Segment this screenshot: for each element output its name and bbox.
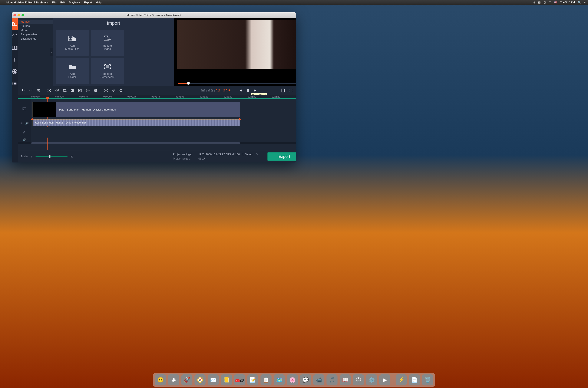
menu-playback[interactable]: Playback	[69, 1, 80, 4]
dock-reminders-icon[interactable]: 📋	[260, 374, 272, 386]
speaker-icon[interactable]: 🔊	[25, 121, 28, 125]
timeline-hscrollbar[interactable]	[18, 142, 296, 144]
project-length-label: Project length:	[173, 157, 196, 160]
rotate-button[interactable]	[53, 87, 61, 94]
delete-button[interactable]	[35, 87, 42, 94]
dock-document-icon[interactable]: 📄	[409, 374, 420, 386]
cc-menu-icon[interactable]: ◎	[533, 1, 535, 4]
category-sounds[interactable]: Sounds	[18, 24, 53, 28]
menu-file[interactable]: File	[52, 1, 56, 4]
menubar-app-name[interactable]: Movavi Video Editor 5 Business	[6, 1, 48, 4]
dock-messages-icon[interactable]: 💬	[300, 374, 311, 386]
collapse-categories-button[interactable]: ‹	[50, 48, 53, 56]
tile-add-media-files[interactable]: Add Media Files	[56, 30, 89, 56]
prev-frame-button[interactable]	[237, 87, 244, 94]
preview-progress-thumb[interactable]	[187, 82, 190, 85]
transition-wizard-button[interactable]	[76, 87, 84, 94]
category-backgrounds[interactable]: Backgrounds	[18, 37, 53, 41]
scale-min-icon[interactable]: ▯	[31, 155, 33, 158]
menu-edit[interactable]: Edit	[60, 1, 65, 4]
audio-track-head[interactable]	[18, 127, 31, 138]
video-clip[interactable]: Rag'n'Bone Man - Human (Official Video).…	[33, 102, 240, 117]
split-button[interactable]	[46, 87, 53, 94]
dock-appstore-icon[interactable]: Ⓐ	[353, 374, 364, 386]
record-audio-button[interactable]	[110, 87, 117, 94]
dock-launchpad-icon[interactable]: 🚀	[181, 374, 192, 386]
video-track-head[interactable]	[18, 99, 31, 119]
preview-progress-bar[interactable]	[178, 83, 296, 84]
dock-notes-icon[interactable]: 📝	[247, 374, 259, 386]
dock-finder-icon[interactable]: 🙂	[155, 374, 166, 386]
dock-movavi-icon[interactable]: ▶	[379, 374, 390, 386]
category-sample-video[interactable]: Sample video	[18, 32, 53, 37]
dock-maps-icon[interactable]: 🗺️	[274, 374, 285, 386]
dock-itunes-icon[interactable]: 🎵	[327, 374, 338, 386]
menu-extras-icon[interactable]: ≡	[584, 1, 586, 4]
spotlight-icon[interactable]: 🔍	[578, 1, 581, 4]
project-settings-value: 1920x1080 16:9 29.97 FPS, 44100 Hz Stere…	[198, 153, 252, 156]
ruler-tick: 00:01:00	[103, 96, 112, 98]
tile-add-folder[interactable]: Add Folder	[56, 58, 89, 84]
category-my-files[interactable]: My files	[18, 20, 53, 24]
dock-facetime-icon[interactable]: 📹	[313, 374, 325, 386]
import-category-list: My files Sounds Music Sample video Backg…	[18, 18, 53, 86]
empty-audio-track[interactable]	[31, 127, 296, 138]
tile-record-video[interactable]: Record Video	[91, 30, 124, 56]
eye-icon[interactable]: 👁	[20, 121, 23, 125]
window-close-button[interactable]	[13, 14, 16, 16]
fullscreen-button[interactable]	[287, 87, 294, 94]
mute-track-button[interactable]: 🔊	[18, 138, 31, 142]
dock-calendar-icon[interactable]: FEB20	[234, 374, 245, 386]
clip-properties-button[interactable]	[84, 87, 91, 94]
dock-trash-icon[interactable]: 🗑️	[422, 374, 433, 386]
menu-help[interactable]: Help	[96, 1, 102, 4]
redo-button[interactable]	[27, 87, 35, 94]
dock-mail-icon[interactable]: ✉️	[208, 374, 219, 386]
tool-titles[interactable]	[12, 54, 18, 66]
window-minimize-button[interactable]	[18, 14, 20, 16]
audio-clip[interactable]: Rag'n'Bone Man - Human (Official Video).…	[33, 119, 240, 126]
scale-slider-thumb[interactable]	[49, 155, 50, 158]
audio-properties-button[interactable]	[92, 87, 99, 94]
color-adjust-button[interactable]	[69, 87, 76, 94]
volume-button[interactable]	[295, 87, 296, 94]
screens-menu-icon[interactable]: ❐	[549, 1, 551, 4]
detach-preview-button[interactable]	[279, 87, 286, 94]
tool-stickers[interactable]	[12, 66, 18, 77]
tool-transitions[interactable]	[12, 42, 18, 54]
svg-point-26	[71, 38, 71, 38]
airplay-menu-icon[interactable]: ▢	[543, 1, 546, 4]
tool-more[interactable]	[12, 77, 18, 89]
menu-export[interactable]: Export	[84, 1, 92, 4]
dock-syspref-icon[interactable]: ⚙️	[366, 374, 377, 386]
dock-safari-icon[interactable]: 🧭	[195, 374, 206, 386]
record-screencast-button[interactable]: REC	[102, 87, 110, 94]
record-video-button[interactable]	[118, 87, 125, 94]
linked-audio-track-head[interactable]: 👁 🔊	[18, 119, 31, 127]
svg-rect-33	[106, 66, 109, 68]
category-music[interactable]: Music	[18, 28, 53, 32]
tool-filters[interactable]	[12, 30, 18, 42]
dock-photos-icon[interactable]: 🌸	[287, 374, 298, 386]
undo-button[interactable]	[20, 87, 27, 94]
dock-contacts-icon[interactable]: 📒	[221, 374, 232, 386]
tool-import[interactable]	[12, 18, 18, 30]
dock-downloads-icon[interactable]: ⚡	[396, 374, 407, 386]
display-menu-icon[interactable]: ▧	[538, 1, 541, 4]
dock-ibooks-icon[interactable]: 📖	[340, 374, 351, 386]
crop-button[interactable]	[61, 87, 68, 94]
scale-slider[interactable]	[36, 156, 68, 157]
video-preview[interactable]	[177, 20, 296, 80]
dock-siri-icon[interactable]: ◉	[168, 374, 179, 386]
export-button[interactable]: Export	[267, 152, 296, 161]
tile-record-screencast[interactable]: Record Screencast	[91, 58, 124, 84]
edit-settings-icon[interactable]: ✎	[256, 153, 259, 156]
menubar-clock[interactable]: Tue 3:10 PM	[560, 1, 575, 4]
window-zoom-button[interactable]	[22, 14, 24, 16]
svg-point-6	[16, 25, 16, 25]
svg-point-49	[23, 108, 24, 108]
scale-max-icon[interactable]: ▯▯	[71, 155, 73, 158]
flag-menu-icon[interactable]: 🇺🇸	[554, 1, 557, 4]
tile-label: Record Screencast	[100, 72, 114, 79]
timeline-ruler[interactable]: 00:00:00 00:00:20 00:00:40 00:01:00 00:0…	[18, 95, 296, 99]
